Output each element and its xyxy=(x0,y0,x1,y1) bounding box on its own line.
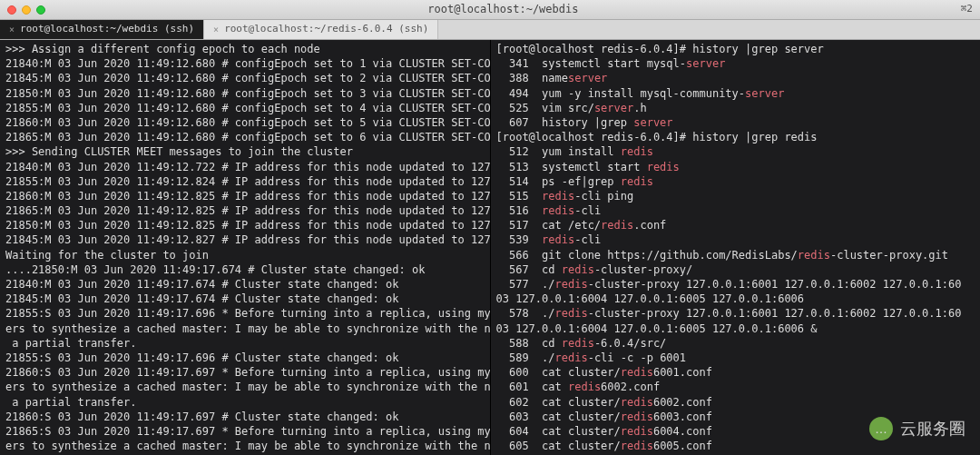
terminal-line: 566 git clone https://github.com/RedisLa… xyxy=(496,248,975,262)
minimize-icon[interactable] xyxy=(22,5,31,15)
terminal-line: 512 yum install redis xyxy=(496,144,975,159)
tab-label: root@localhost:~/redis-6.0.4 (ssh) xyxy=(224,23,428,36)
terminal-line: 525 vim src/server.h xyxy=(496,101,975,115)
terminal-line: 517 cat /etc/redis.conf xyxy=(496,218,975,232)
terminal-line: [root@localhost redis-6.0.4]# history |g… xyxy=(496,42,975,56)
terminal-line: 21840:M 03 Jun 2020 11:49:17.674 # Clust… xyxy=(5,277,485,292)
terminal-line: 515 redis-cli ping xyxy=(496,189,975,203)
terminal-line: 03 127.0.0.1:6004 127.0.0.1:6005 127.0.0… xyxy=(496,321,975,336)
terminal-line: 21855:M 03 Jun 2020 11:49:12.680 # confi… xyxy=(5,101,485,115)
terminal-line: 21855:S 03 Jun 2020 11:49:17.696 # Clust… xyxy=(5,351,485,365)
terminal-line: ers to synthesize a cached master: I may… xyxy=(5,439,485,453)
terminal-line: 577 ./redis-cluster-proxy 127.0.0.1:6001… xyxy=(496,277,975,292)
terminal-line: 388 nameserver xyxy=(496,71,975,85)
terminal-line: 21865:S 03 Jun 2020 11:49:17.697 * Befor… xyxy=(5,424,485,439)
close-icon[interactable] xyxy=(7,5,16,15)
terminal-line: 601 cat redis6002.conf xyxy=(496,380,975,394)
tab-close-icon[interactable]: × xyxy=(9,24,15,36)
terminal-line: 21840:M 03 Jun 2020 11:49:12.722 # IP ad… xyxy=(5,160,485,174)
tab-bar: ×root@localhost:~/webdis (ssh)×root@loca… xyxy=(0,20,980,40)
tab[interactable]: ×root@localhost:~/redis-6.0.4 (ssh) xyxy=(204,20,438,39)
terminal-line: 21855:S 03 Jun 2020 11:49:17.696 * Befor… xyxy=(5,306,485,321)
terminal-line: >>> Assign a different config epoch to e… xyxy=(5,42,485,56)
terminal-line: 21865:M 03 Jun 2020 11:49:12.825 # IP ad… xyxy=(5,203,485,218)
watermark-text: 云服务圈 xyxy=(900,418,965,440)
terminal-line: 21865:M 03 Jun 2020 11:49:12.680 # confi… xyxy=(5,130,485,144)
terminal-line: 03 127.0.0.1:6004 127.0.0.1:6005 127.0.0… xyxy=(496,292,975,306)
terminal-line: 21860:M 03 Jun 2020 11:49:12.680 # confi… xyxy=(5,115,485,130)
terminal-line: 600 cat cluster/redis6001.conf xyxy=(496,365,975,380)
terminal-line: ers to synthesize a cached master: I may… xyxy=(5,380,485,394)
terminal-line: >>> Sending CLUSTER MEET messages to joi… xyxy=(5,144,485,159)
terminal-line: ers to synthesize a cached master: I may… xyxy=(5,321,485,336)
terminal-line: 539 redis-cli xyxy=(496,232,975,247)
terminal-line: Waiting for the cluster to join xyxy=(5,248,485,262)
terminal-line: 589 ./redis-cli -c -p 6001 xyxy=(496,351,975,365)
terminal-line: 607 history |grep server xyxy=(496,115,975,130)
terminal-line: 21850:M 03 Jun 2020 11:49:12.680 # confi… xyxy=(5,86,485,101)
wechat-icon: … xyxy=(869,417,893,440)
terminal-line: 605 cat cluster/redis6005.conf xyxy=(496,439,975,453)
tab-label: root@localhost:~/webdis (ssh) xyxy=(20,23,194,36)
window-chrome: root@localhost:~/webdis ⌘2 xyxy=(0,0,980,20)
terminal-line: 21850:M 03 Jun 2020 11:49:12.825 # IP ad… xyxy=(5,218,485,232)
terminal-line: 514 ps -ef|grep redis xyxy=(496,174,975,189)
terminal-line: 21845:M 03 Jun 2020 11:49:12.680 # confi… xyxy=(5,71,485,85)
terminal-line: 21845:M 03 Jun 2020 11:49:17.674 # Clust… xyxy=(5,292,485,306)
terminal-line: 21860:S 03 Jun 2020 11:49:17.697 * Befor… xyxy=(5,365,485,380)
terminal-line: [root@localhost redis-6.0.4]# history |g… xyxy=(496,130,975,144)
terminal-pane-right[interactable]: [root@localhost redis-6.0.4]# history |g… xyxy=(491,40,981,455)
window-title: root@localhost:~/webdis xyxy=(45,2,961,16)
terminal-line: 516 redis-cli xyxy=(496,203,975,218)
terminal-line: 578 ./redis-cluster-proxy 127.0.0.1:6001… xyxy=(496,306,975,321)
split-panes: >>> Assign a different config epoch to e… xyxy=(0,40,980,455)
terminal-line: 21855:M 03 Jun 2020 11:49:12.824 # IP ad… xyxy=(5,174,485,189)
terminal-line: 494 yum -y install mysql-community-serve… xyxy=(496,86,975,101)
terminal-pane-left[interactable]: >>> Assign a different config epoch to e… xyxy=(0,40,491,455)
terminal-line: a partial transfer. xyxy=(5,336,485,351)
terminal-line: 21860:M 03 Jun 2020 11:49:12.825 # IP ad… xyxy=(5,189,485,203)
window-indicator: ⌘2 xyxy=(961,3,973,16)
terminal-line: 341 systemctl start mysql-server xyxy=(496,56,975,71)
terminal-line: a partial transfer. xyxy=(5,395,485,410)
terminal-line: 602 cat cluster/redis6002.conf xyxy=(496,395,975,410)
terminal-line: 21840:M 03 Jun 2020 11:49:12.680 # confi… xyxy=(5,56,485,71)
terminal-line: 588 cd redis-6.0.4/src/ xyxy=(496,336,975,351)
terminal-line: 21845:M 03 Jun 2020 11:49:12.827 # IP ad… xyxy=(5,232,485,247)
window-controls xyxy=(7,5,45,15)
terminal-line: 567 cd redis-cluster-proxy/ xyxy=(496,262,975,277)
tab[interactable]: ×root@localhost:~/webdis (ssh) xyxy=(0,20,204,39)
maximize-icon[interactable] xyxy=(36,5,45,15)
watermark: … 云服务圈 xyxy=(869,417,965,440)
terminal-line: 21860:S 03 Jun 2020 11:49:17.697 # Clust… xyxy=(5,410,485,424)
terminal-line: ....21850:M 03 Jun 2020 11:49:17.674 # C… xyxy=(5,262,485,277)
terminal-line: 513 systemctl start redis xyxy=(496,160,975,174)
tab-close-icon[interactable]: × xyxy=(213,24,219,36)
